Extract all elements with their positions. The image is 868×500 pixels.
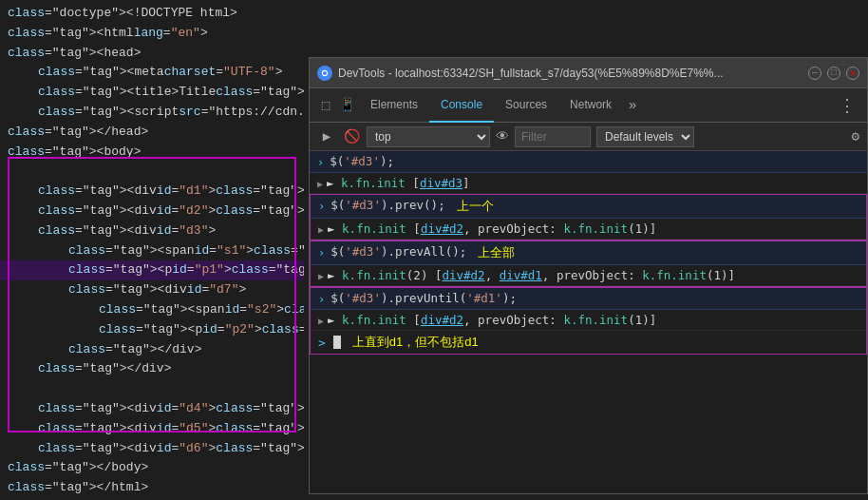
expand-icon[interactable]: ▶	[318, 271, 324, 281]
annotation-prevall: 上全部	[478, 244, 515, 261]
tab-sources[interactable]: Sources	[494, 88, 558, 123]
code-line	[0, 162, 304, 182]
close-button[interactable]: ✕	[846, 67, 859, 80]
console-output-row: ▶► k.fn.init(2) [div#d2, div#d1, prevObj…	[311, 265, 866, 286]
code-line: class="tag"><title>Titleclass="tag"></ti…	[0, 83, 304, 103]
console-group-bordered: ›$('#d3').prevAll();上全部▶► k.fn.init(2) […	[310, 240, 867, 287]
code-line: class="tag"><script src="https://cdn.b	[0, 103, 304, 123]
console-input-row[interactable]: ›$('#d3').prev();上一个	[311, 195, 866, 219]
context-select[interactable]: top	[367, 126, 490, 147]
console-input-row[interactable]: ›$('#d3').prevUntil('#d1');	[311, 288, 866, 310]
console-group-bordered: ›$('#d3').prev();上一个▶► k.fn.init [div#d2…	[310, 194, 867, 240]
code-line: class="tag"><meta charset="UTF-8">	[0, 63, 304, 83]
window-title: DevTools - localhost:63342/SH_fullstack_…	[338, 67, 802, 80]
annotation-prevuntil: 上直到d1，但不包括d1	[352, 334, 479, 351]
console-output-row: ▶► k.fn.init [div#d2, prevObject: k.fn.i…	[311, 310, 866, 331]
console-text: $('#d3').prev();	[330, 198, 444, 212]
expand-icon[interactable]: ▶	[318, 224, 324, 235]
code-line: class="tag"><div id="d4">class="tag"></d…	[0, 399, 304, 419]
code-line: class="tag"></div>	[0, 359, 304, 379]
code-line: class="tag"><div id="d2">class="tag"></d…	[0, 202, 304, 221]
console-text: ► k.fn.init(2) [div#d2, div#d1, prevObje…	[328, 268, 735, 282]
code-line: class="tag"><div id="d5">class="tag"></d…	[0, 419, 304, 439]
expand-icon[interactable]: ▶	[317, 179, 323, 189]
code-line: class="tag"></head>	[0, 123, 304, 143]
console-cursor-row[interactable]: >上直到d1，但不包括d1	[311, 331, 866, 354]
devtools-tabs: ⬚ 📱 Elements Console Sources Network » ⋮	[310, 88, 867, 123]
code-line: class="tag"><div id="d7">	[0, 280, 304, 300]
chrome-favicon	[317, 66, 332, 81]
devtools-menu-button[interactable]: ⋮	[835, 95, 859, 116]
code-line: class="tag"></body>	[0, 458, 304, 478]
devtools-titlebar: DevTools - localhost:63342/SH_fullstack_…	[310, 58, 867, 88]
tab-network[interactable]: Network	[558, 88, 623, 123]
code-line: class="tag"><div id="d6">class="tag"></d…	[0, 439, 304, 459]
devtools-window: DevTools - localhost:63342/SH_fullstack_…	[309, 57, 868, 494]
console-group: ›$('#d3');▶► k.fn.init [div#d3]	[310, 151, 867, 194]
console-output-row: ▶► k.fn.init [div#d2, prevObject: k.fn.i…	[311, 219, 866, 240]
code-line: class="tag"><span id="s1">class="tag"></…	[0, 241, 304, 261]
annotation-prev: 上一个	[457, 198, 494, 215]
console-text: $('#d3').prevAll();	[330, 244, 466, 259]
console-text: $('#d3').prevUntil('#d1');	[330, 291, 517, 305]
console-input-row[interactable]: ›$('#d3').prevAll();上全部	[311, 241, 866, 265]
tab-elements[interactable]: Elements	[359, 88, 429, 123]
code-editor: class="doctype"><!DOCTYPE html>class="ta…	[0, 0, 304, 500]
filter-input[interactable]	[515, 126, 591, 147]
console-group-bordered: ›$('#d3').prevUntil('#d1');▶► k.fn.init …	[310, 287, 867, 355]
device-icon[interactable]: 📱	[338, 97, 355, 114]
code-line: class="tag"><body>	[0, 143, 304, 163]
code-line: class="tag"></html>	[0, 478, 304, 498]
console-input-row[interactable]: ›$('#d3');	[310, 151, 867, 173]
console-text: ► k.fn.init [div#d2, prevObject: k.fn.in…	[328, 221, 656, 236]
svg-point-1	[323, 71, 327, 75]
clear-icon[interactable]: 🚫	[342, 127, 361, 146]
minimize-button[interactable]: —	[808, 67, 821, 80]
code-line: class="tag"><div id="d3">	[0, 221, 304, 241]
code-line: class="tag"><p id="p1">class="tag"></p>	[0, 260, 304, 280]
code-line: class="tag"><head>	[0, 44, 304, 64]
inspect-icon[interactable]: ⬚	[317, 97, 334, 114]
maximize-button[interactable]: □	[827, 67, 840, 80]
code-line: class="tag"><span id="s2">class="tag"></…	[0, 300, 304, 320]
execute-icon[interactable]: ▶	[317, 127, 336, 146]
code-line	[0, 379, 304, 399]
console-text: $('#d3');	[330, 154, 394, 168]
tab-console[interactable]: Console	[429, 88, 494, 123]
expand-icon[interactable]: ▶	[318, 316, 324, 326]
code-line: class="doctype"><!DOCTYPE html>	[0, 4, 304, 24]
levels-select[interactable]: Default levels	[596, 126, 694, 147]
more-tabs-button[interactable]: »	[623, 98, 642, 113]
code-line: class="tag"><p id="p2">class="tag"></p>	[0, 320, 304, 340]
code-line: class="tag"></div>	[0, 340, 304, 360]
settings-icon[interactable]: ⚙	[852, 128, 859, 144]
eye-icon[interactable]: 👁	[496, 129, 509, 144]
console-output-row: ▶► k.fn.init [div#d3]	[310, 173, 867, 194]
console-text: ► k.fn.init [div#d3]	[327, 176, 470, 190]
console-text: ► k.fn.init [div#d2, prevObject: k.fn.in…	[328, 313, 656, 327]
console-toolbar: ▶ 🚫 top 👁 Default levels ⚙	[310, 123, 867, 151]
console-output[interactable]: ›$('#d3');▶► k.fn.init [div#d3]›$('#d3')…	[310, 151, 867, 493]
code-line: class="tag"><html lang="en">	[0, 24, 304, 44]
code-line: class="tag"><div id="d1">class="tag"></d…	[0, 182, 304, 202]
